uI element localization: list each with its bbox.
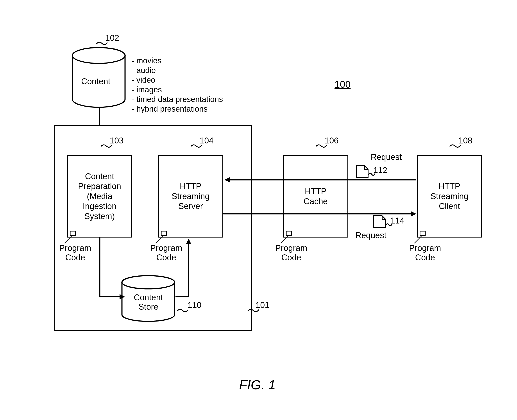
request-top-label: Request xyxy=(371,152,402,162)
request-top-ref-label: 112 xyxy=(373,165,387,175)
svg-point-7 xyxy=(122,276,175,289)
arrow-request-icon xyxy=(223,177,419,183)
content-prep-box: Content Preparation (Media Ingestion Sys… xyxy=(67,155,132,238)
request-bottom-label: Request xyxy=(355,231,387,240)
svg-marker-15 xyxy=(411,211,416,217)
http-cache-box: HTTP Cache xyxy=(283,155,348,238)
http-client-program-code-label: Program Code xyxy=(409,243,441,262)
svg-rect-5 xyxy=(161,231,166,236)
ref-squiggle-icon xyxy=(368,172,375,176)
http-server-box: HTTP Streaming Server xyxy=(158,155,223,238)
lead-line-icon xyxy=(64,236,72,245)
arrow-response-icon xyxy=(223,210,419,217)
ref-squiggle-icon xyxy=(386,223,392,226)
ref-squiggle-icon xyxy=(97,41,107,46)
content-cylinder-label: Content xyxy=(81,77,110,86)
svg-marker-9 xyxy=(186,239,191,244)
http-cache-program-code-label: Program Code xyxy=(275,243,307,262)
program-code-icon xyxy=(161,231,167,236)
response-page-icon xyxy=(373,215,387,228)
http-server-label: HTTP Streaming Server xyxy=(172,181,210,211)
program-code-icon xyxy=(420,231,426,236)
svg-rect-11 xyxy=(420,231,425,236)
svg-rect-10 xyxy=(286,231,292,236)
ref-squiggle-icon xyxy=(177,308,188,313)
http-client-box: HTTP Streaming Client xyxy=(417,155,482,238)
http-client-label: HTTP Streaming Client xyxy=(430,181,468,211)
svg-marker-8 xyxy=(120,294,125,299)
ref-squiggle-icon xyxy=(191,143,202,148)
ref-squiggle-icon xyxy=(316,143,327,148)
lead-line-icon xyxy=(155,236,163,245)
content-prep-program-code-label: Program Code xyxy=(59,243,91,262)
program-code-icon xyxy=(286,231,292,236)
arrow-store-to-server-icon xyxy=(175,238,195,303)
http-cache-label: HTTP Cache xyxy=(304,187,328,206)
request-bottom-ref-label: 114 xyxy=(390,216,404,225)
ref-squiggle-icon xyxy=(101,143,112,148)
svg-marker-13 xyxy=(225,177,230,182)
svg-rect-4 xyxy=(70,231,75,236)
lead-line-icon xyxy=(280,236,288,245)
content-types-list: - movies - audio - video - images - time… xyxy=(132,56,223,114)
figure-title: FIG. 1 xyxy=(239,377,276,392)
ref-squiggle-icon xyxy=(248,308,259,313)
ref-squiggle-icon xyxy=(450,143,461,148)
arrow-prep-to-store-icon xyxy=(97,238,127,303)
content-prep-label: Content Preparation (Media Ingestion Sys… xyxy=(78,172,121,222)
svg-point-1 xyxy=(72,48,125,63)
content-store-label: Content Store xyxy=(134,293,163,312)
system-ref-label: 100 xyxy=(335,79,351,90)
request-page-icon xyxy=(355,165,369,178)
lead-line-icon xyxy=(413,236,422,245)
program-code-icon xyxy=(70,231,76,236)
